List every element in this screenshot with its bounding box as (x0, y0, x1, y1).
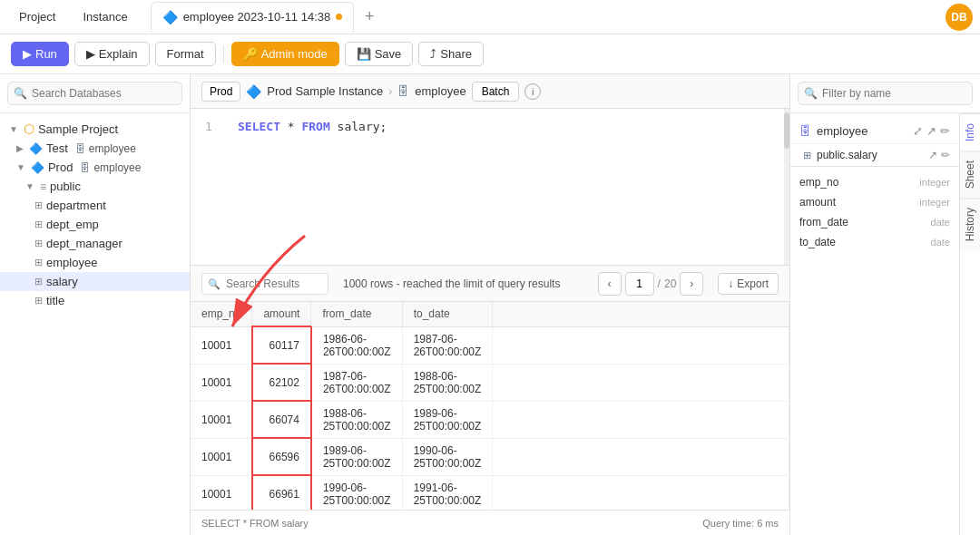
external-link-icon[interactable]: ↗ (928, 149, 937, 161)
right-content: 🗄 employee ⤢ ↗ ✏ ⊞ public.salary ↗ ✏ (790, 113, 959, 535)
side-tab-history[interactable]: History (960, 198, 980, 250)
right-filter-input[interactable] (798, 82, 973, 105)
employee-label: employee (46, 256, 97, 269)
editor-scrollbar[interactable] (784, 109, 789, 265)
cell-to-date: 1990-06-25T00:00:00Z (402, 438, 493, 475)
toolbar-separator (223, 45, 224, 63)
db-icon: 🔷 (31, 161, 44, 174)
table-row: 10001669611990-06-25T00:00:00Z1991-06-25… (191, 475, 789, 510)
share-button[interactable]: ⤴ Share (418, 42, 484, 66)
page-input[interactable] (625, 272, 654, 296)
cell-amount: 60117 (252, 326, 311, 364)
edit-icon[interactable]: ✏ (940, 124, 950, 138)
save-label: Save (375, 47, 402, 61)
page-total: 20 (664, 277, 676, 290)
new-tab-button[interactable]: + (358, 5, 381, 29)
data-table: emp_no amount from_date to_date 10001601… (191, 302, 789, 510)
caret-icon: ▼ (9, 124, 18, 134)
sidebar-item-test[interactable]: ▶ 🔷 Test 🗄 employee (0, 139, 190, 158)
cell-extra (493, 326, 789, 364)
status-sql: SELECT * FROM salary (201, 518, 309, 529)
right-filter-icon: 🔍 (804, 87, 818, 100)
sidebar-item-dept-emp[interactable]: ⊞ dept_emp (0, 215, 190, 234)
breadcrumb-info-button[interactable]: i (524, 83, 541, 100)
results-search-input[interactable] (201, 273, 328, 295)
download-icon: ↓ (728, 277, 733, 290)
tab-project[interactable]: Project (7, 2, 67, 33)
save-icon: 💾 (357, 47, 371, 61)
sidebar-project-root[interactable]: ▼ ⬡ Sample Project (0, 119, 190, 139)
field-type-amount: integer (919, 197, 950, 208)
cell-to-date: 1988-06-25T00:00:00Z (402, 364, 493, 401)
sql-code[interactable]: SELECT * FROM salary; (238, 120, 387, 254)
cell-amount: 66596 (252, 438, 311, 475)
cell-emp-no: 10001 (191, 401, 252, 438)
sidebar-item-dept-manager[interactable]: ⊞ dept_manager (0, 234, 190, 253)
caret-icon: ▼ (16, 162, 25, 172)
field-name-from-date: from_date (799, 216, 931, 229)
sidebar-item-salary[interactable]: ⊞ salary (0, 272, 190, 291)
table-icon: ⊞ (34, 295, 43, 306)
dept-emp-label: dept_emp (46, 218, 99, 231)
format-button[interactable]: Format (155, 42, 216, 66)
tab-instance[interactable]: Instance (71, 2, 139, 33)
side-tab-sheet[interactable]: Sheet (960, 151, 980, 198)
expand-icon[interactable]: ⤢ (913, 124, 923, 138)
field-name-amount: amount (799, 196, 919, 209)
breadcrumb-bar: Prod 🔷 Prod Sample Instance › 🗄 employee… (191, 74, 789, 109)
line-number: 1 (205, 120, 223, 254)
col-emp-no[interactable]: emp_no (191, 302, 252, 326)
query-time: Query time: 6 ms (702, 518, 779, 529)
edit-icon[interactable]: ✏ (941, 149, 950, 161)
schema-icon: ≡ (40, 180, 46, 193)
breadcrumb-prod[interactable]: Prod (201, 82, 240, 102)
cell-emp-no: 10001 (191, 364, 252, 401)
sidebar-search-input[interactable] (7, 82, 182, 105)
table-row: 10001665961989-06-25T00:00:00Z1990-06-25… (191, 438, 789, 475)
table-icon: ⊞ (34, 219, 43, 230)
explain-button[interactable]: ▶ Explain (74, 42, 150, 66)
right-table-salary[interactable]: ⊞ public.salary ↗ ✏ (790, 144, 959, 167)
run-button[interactable]: ▶ Run (11, 42, 69, 66)
sidebar-item-public[interactable]: ▼ ≡ public (0, 177, 190, 196)
export-button[interactable]: ↓ Export (718, 273, 779, 295)
cell-to-date: 1987-06-26T00:00:00Z (402, 326, 493, 364)
col-from-date[interactable]: from_date (311, 302, 402, 326)
sidebar-item-title[interactable]: ⊞ title (0, 291, 190, 310)
right-db-employee[interactable]: 🗄 employee ⤢ ↗ ✏ (790, 119, 959, 144)
prod-employee-label: employee (93, 161, 141, 174)
next-page-button[interactable]: › (680, 272, 703, 296)
sidebar-item-department[interactable]: ⊞ department (0, 196, 190, 215)
test-employee-label: employee (89, 142, 136, 155)
tab-unsaved-dot (336, 14, 342, 20)
cell-extra (493, 364, 789, 401)
admin-mode-button[interactable]: 🔑 Admin mode (231, 42, 339, 66)
sidebar-tree: ▼ ⬡ Sample Project ▶ 🔷 Test 🗄 employee ▼… (0, 113, 190, 535)
sql-from-keyword: FROM (301, 120, 329, 133)
results-info: 1000 rows - reached the limit of query r… (343, 277, 560, 290)
save-button[interactable]: 💾 Save (345, 42, 414, 66)
sidebar-item-prod[interactable]: ▼ 🔷 Prod 🗄 employee (0, 158, 190, 177)
cell-amount: 62102 (252, 364, 311, 401)
right-panel-inner: 🗄 employee ⤢ ↗ ✏ ⊞ public.salary ↗ ✏ (790, 113, 980, 535)
tab-project-label: Project (19, 10, 55, 24)
right-filter-area: 🔍 (790, 74, 980, 113)
breadcrumb-batch[interactable]: Batch (472, 82, 520, 102)
external-link-icon[interactable]: ↗ (926, 124, 936, 138)
breadcrumb-sep: › (388, 85, 392, 98)
side-tab-info[interactable]: Info (960, 113, 980, 151)
cell-emp-no: 10001 (191, 326, 252, 364)
cell-extra (493, 438, 789, 475)
results-toolbar: 🔍 1000 rows - reached the limit of query… (191, 266, 789, 302)
right-side-tabs: Info Sheet History (959, 113, 980, 535)
department-label: department (46, 199, 106, 212)
prev-page-button[interactable]: ‹ (598, 272, 622, 296)
table-row: 10001621021987-06-26T00:00:00Z1988-06-25… (191, 364, 789, 401)
field-name-emp-no: emp_no (799, 176, 919, 189)
sidebar-item-employee[interactable]: ⊞ employee (0, 253, 190, 272)
col-amount[interactable]: amount (252, 302, 311, 326)
col-to-date[interactable]: to_date (402, 302, 493, 326)
format-label: Format (167, 47, 204, 61)
right-panel: 🔍 🗄 employee ⤢ ↗ ✏ ⊞ p (789, 74, 980, 535)
tab-employee[interactable]: 🔷 employee 2023-10-11 14:38 (151, 2, 355, 33)
